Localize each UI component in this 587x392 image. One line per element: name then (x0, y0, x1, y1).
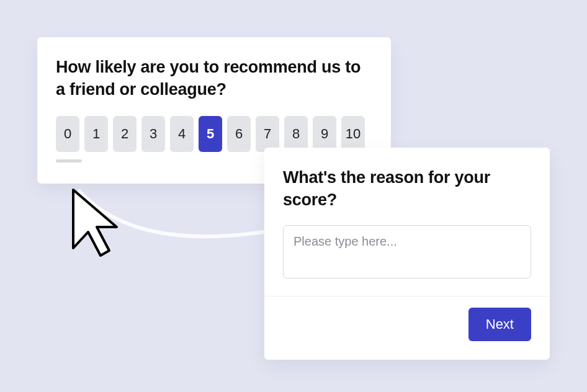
rating-button-9[interactable]: 9 (313, 116, 336, 152)
connector-arc (74, 186, 279, 261)
rating-button-0[interactable]: 0 (56, 116, 79, 152)
rating-button-1[interactable]: 1 (84, 116, 108, 152)
reason-body: What's the reason for your score? (264, 148, 550, 296)
reason-footer: Next (264, 296, 550, 360)
cursor-arrow-icon (66, 186, 119, 261)
rating-button-8[interactable]: 8 (284, 116, 308, 152)
rating-button-10[interactable]: 10 (341, 116, 365, 152)
rating-button-4[interactable]: 4 (170, 116, 194, 152)
scroll-indicator (56, 159, 82, 163)
reason-question: What's the reason for your score? (283, 166, 531, 212)
reason-card: What's the reason for your score? Next (264, 148, 550, 360)
rating-button-6[interactable]: 6 (227, 116, 251, 152)
rating-button-2[interactable]: 2 (113, 116, 137, 152)
reason-textarea[interactable] (283, 225, 531, 278)
next-button[interactable]: Next (468, 308, 531, 341)
rating-row: 0 1 2 3 4 5 6 7 8 9 10 (56, 116, 372, 152)
rating-button-7[interactable]: 7 (256, 116, 279, 152)
rating-button-3[interactable]: 3 (141, 116, 165, 152)
nps-question: How likely are you to recommend us to a … (56, 56, 372, 101)
rating-button-5[interactable]: 5 (199, 116, 222, 152)
